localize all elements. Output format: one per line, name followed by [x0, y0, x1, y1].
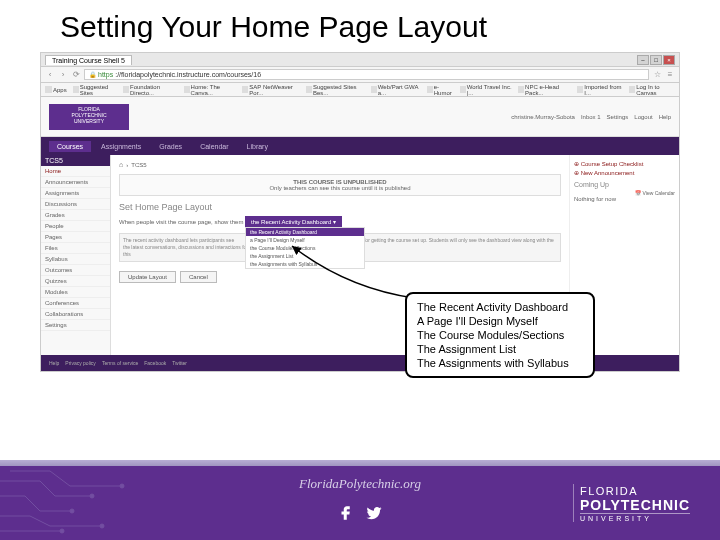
sidebar-people[interactable]: People [41, 221, 110, 232]
maximize-button[interactable]: □ [650, 55, 662, 65]
callout-line: A Page I'll Design Myself [417, 314, 583, 328]
bookmark-icon [184, 86, 190, 93]
logout-link[interactable]: Logout [634, 114, 652, 120]
bookmark-item[interactable]: Log In to Canvas [629, 84, 675, 96]
unpublished-banner: THIS COURSE IS UNPUBLISHED Only teachers… [119, 174, 561, 196]
breadcrumb: ⌂ › TCS5 [119, 159, 561, 170]
footer-url: FloridaPolytechnic.org [299, 476, 421, 492]
bookmark-item[interactable]: NPC e-Head Pack... [518, 84, 571, 96]
callout-box: The Recent Activity Dashboard A Page I'l… [405, 292, 595, 378]
sidebar-collaborations[interactable]: Collaborations [41, 309, 110, 320]
reload-icon[interactable]: ⟳ [71, 70, 81, 80]
bookmark-icon [629, 86, 635, 93]
sidebar-discussions[interactable]: Discussions [41, 199, 110, 210]
bookmark-item[interactable]: Web/Part GWA a... [371, 84, 421, 96]
nav-assignments[interactable]: Assignments [93, 141, 149, 152]
update-layout-button[interactable]: Update Layout [119, 271, 176, 283]
dropdown-selected: the Recent Activity Dashboard [251, 219, 331, 225]
cancel-button[interactable]: Cancel [180, 271, 217, 283]
nothing-text: Nothing for now [574, 196, 675, 202]
url-text: ://floridapolytechnic.instructure.com/co… [115, 71, 261, 78]
minimize-button[interactable]: – [637, 55, 649, 65]
bookmark-icon [306, 86, 312, 93]
callout-line: The Course Modules/Sections [417, 328, 583, 342]
address-bar[interactable]: 🔒 https://floridapolytechnic.instructure… [84, 69, 649, 80]
bookmark-icon [123, 86, 129, 93]
nav-calendar[interactable]: Calendar [192, 141, 236, 152]
lock-icon: 🔒 [89, 71, 96, 78]
canvas-global-nav: Courses Assignments Grades Calendar Libr… [41, 137, 679, 155]
form-label: When people visit the course page, show … [119, 219, 243, 225]
bookmark-item[interactable]: e-Humor [427, 84, 454, 96]
help-link[interactable]: Help [659, 114, 671, 120]
menu-icon[interactable]: ≡ [665, 70, 675, 80]
address-bar-row: ‹ › ⟳ 🔒 https://floridapolytechnic.instr… [41, 67, 679, 83]
coming-up-title: Coming Up [574, 181, 675, 188]
sidebar-conferences[interactable]: Conferences [41, 298, 110, 309]
sidebar-outcomes[interactable]: Outcomes [41, 265, 110, 276]
home-icon[interactable]: ⌂ [119, 161, 123, 168]
sidebar-grades[interactable]: Grades [41, 210, 110, 221]
slide-title: Setting Your Home Page Layout [0, 0, 720, 52]
bookmark-item[interactable]: World Travel Inc. |... [460, 84, 512, 96]
twitter-icon[interactable] [365, 504, 383, 522]
nav-grades[interactable]: Grades [151, 141, 190, 152]
inbox-link[interactable]: Inbox 1 [581, 114, 601, 120]
bookmark-icon [427, 86, 433, 93]
footer-link[interactable]: Help [49, 360, 59, 366]
bookmark-item[interactable]: Foundation Directo... [123, 84, 178, 96]
browser-tab[interactable]: Training Course Shell 5 [45, 55, 132, 65]
nav-library[interactable]: Library [239, 141, 276, 152]
bookmark-item[interactable]: Suggested Sites [73, 84, 117, 96]
sidebar-settings[interactable]: Settings [41, 320, 110, 331]
svg-point-0 [90, 494, 94, 498]
social-icons [337, 504, 383, 522]
homepage-layout-dropdown[interactable]: the Recent Activity Dashboard ▾ the Rece… [245, 216, 342, 227]
slide-footer: FloridaPolytechnic.org FLORIDA POLYTECHN… [0, 460, 720, 540]
course-setup-link[interactable]: ⊕ Course Setup Checklist [574, 159, 675, 168]
bookmark-icon [460, 86, 466, 93]
sidebar-home[interactable]: Home [41, 166, 110, 177]
settings-link[interactable]: Settings [607, 114, 629, 120]
logo-polytechnic: POLYTECHNIC [580, 497, 690, 513]
star-icon[interactable]: ☆ [652, 70, 662, 80]
svg-point-4 [120, 484, 124, 488]
dropdown-option[interactable]: the Recent Activity Dashboard [246, 228, 364, 236]
forward-icon[interactable]: › [58, 70, 68, 80]
fpu-logo[interactable]: FLORIDAPOLYTECHNICUNIVERSITY [49, 104, 129, 130]
bookmark-icon [45, 86, 52, 93]
breadcrumb-sep: › [126, 162, 128, 168]
unpublished-subtitle: Only teachers can see this course until … [124, 185, 556, 191]
footer-link[interactable]: Twitter [172, 360, 187, 366]
user-name[interactable]: christine.Murray-Sobota [511, 114, 575, 120]
sidebar-pages[interactable]: Pages [41, 232, 110, 243]
canvas-user-menu: christine.Murray-Sobota Inbox 1 Settings… [511, 114, 671, 120]
nav-courses[interactable]: Courses [49, 141, 91, 152]
bookmark-icon [371, 86, 377, 93]
new-announcement-link[interactable]: ⊕ New Announcement [574, 168, 675, 177]
course-sidebar: TCS5 Home Announcements Assignments Disc… [41, 155, 111, 355]
bookmark-item[interactable]: Suggested Sites Bes... [306, 84, 365, 96]
breadcrumb-course[interactable]: TCS5 [131, 162, 146, 168]
bookmark-item[interactable]: Apps [45, 86, 67, 93]
sidebar-files[interactable]: Files [41, 243, 110, 254]
sidebar-quizzes[interactable]: Quizzes [41, 276, 110, 287]
facebook-icon[interactable] [337, 504, 355, 522]
sidebar-syllabus[interactable]: Syllabus [41, 254, 110, 265]
window-controls: – □ × [637, 55, 675, 65]
footer-link[interactable]: Terms of service [102, 360, 138, 366]
bookmark-item[interactable]: Home: The Canva... [184, 84, 237, 96]
footer-link[interactable]: Facebook [144, 360, 166, 366]
back-icon[interactable]: ‹ [45, 70, 55, 80]
sidebar-modules[interactable]: Modules [41, 287, 110, 298]
logo-university: UNIVERSITY [580, 513, 690, 522]
sidebar-announcements[interactable]: Announcements [41, 177, 110, 188]
bookmark-icon [242, 86, 248, 93]
bookmarks-bar: Apps Suggested Sites Foundation Directo.… [41, 83, 679, 97]
bookmark-item[interactable]: Imported from I... [577, 84, 623, 96]
footer-logo: FLORIDA POLYTECHNIC UNIVERSITY [573, 484, 690, 522]
close-button[interactable]: × [663, 55, 675, 65]
sidebar-assignments[interactable]: Assignments [41, 188, 110, 199]
footer-link[interactable]: Privacy policy [65, 360, 96, 366]
bookmark-item[interactable]: SAP NetWeaver Por... [242, 84, 300, 96]
